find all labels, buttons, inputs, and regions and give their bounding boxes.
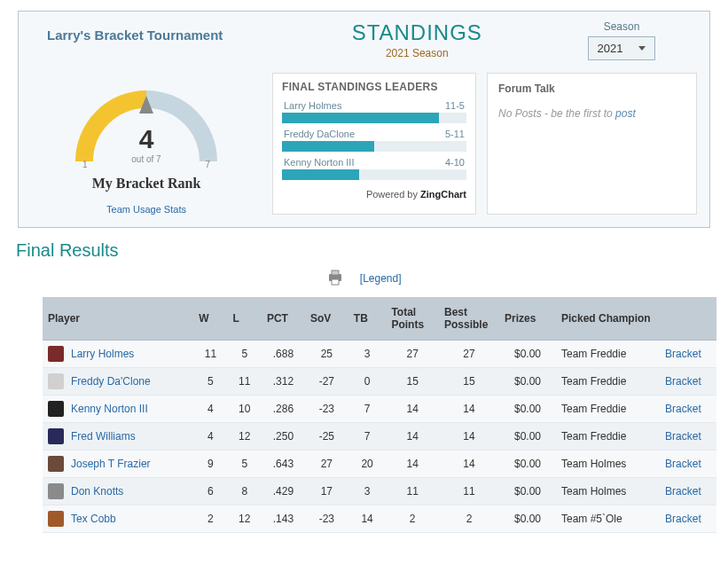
print-icon[interactable]: [326, 270, 344, 288]
forum-panel: Forum Talk No Posts - be the first to po…: [487, 73, 697, 215]
cell-l: 8: [228, 478, 262, 506]
player-link[interactable]: Kenny Norton III: [71, 403, 148, 415]
panel-header: Larry's Bracket Tournament STANDINGS 202…: [31, 20, 697, 60]
cell-prize: $0.00: [499, 341, 556, 368]
season-subtitle: 2021 Season: [297, 47, 538, 59]
table-row: Joseph T Frazier95.64327201414$0.00Team …: [43, 451, 716, 478]
cell-pct: .643: [262, 451, 305, 478]
table-row: Tex Cobb212.143-231422$0.00Team #5`OleBr…: [43, 506, 716, 533]
cell-tb: 3: [348, 341, 387, 368]
leader-bar: [282, 169, 359, 180]
player-link[interactable]: Joseph T Frazier: [71, 458, 151, 470]
player-link[interactable]: Freddy Da'Clone: [71, 375, 151, 388]
results-toolbar: [Legend]: [0, 270, 728, 288]
cell-pct: .286: [262, 396, 305, 423]
cell-w: 2: [193, 506, 227, 533]
panels-row: 4 out of 7 1 7 My Bracket Rank Team Usag…: [31, 73, 697, 215]
cell-pct: .250: [262, 423, 305, 451]
cell-pct: .143: [262, 506, 305, 533]
player-link[interactable]: Fred Williams: [71, 430, 136, 443]
col-champion[interactable]: Picked Champion: [556, 297, 660, 341]
legend-link[interactable]: [Legend]: [360, 272, 402, 285]
col-w[interactable]: W: [193, 297, 227, 341]
table-row: Fred Williams412.250-2571414$0.00Team Fr…: [43, 423, 716, 451]
cell-l: 12: [228, 423, 262, 451]
season-label: Season: [546, 20, 697, 33]
powered-by: Powered by ZingChart: [282, 185, 466, 201]
avatar: [48, 428, 64, 444]
leader-bar-bg: [282, 113, 466, 123]
cell-champion: Team Freddie: [556, 368, 660, 396]
cell-champion: Team Holmes: [556, 478, 660, 506]
bracket-link[interactable]: Bracket: [665, 485, 701, 498]
bracket-link[interactable]: Bracket: [665, 458, 701, 470]
cell-total: 11: [386, 478, 439, 506]
bracket-link[interactable]: Bracket: [665, 430, 701, 443]
cell-total: 2: [386, 506, 439, 533]
leader-name: Larry Holmes: [284, 100, 341, 111]
table-row: Freddy Da'Clone511.312-2701515$0.00Team …: [43, 368, 716, 396]
avatar: [48, 456, 64, 472]
cell-pct: .312: [262, 368, 305, 396]
cell-pct: .429: [262, 478, 305, 506]
leader-bar: [282, 113, 439, 123]
cell-sov: 17: [305, 478, 348, 506]
col-sov[interactable]: SoV: [305, 297, 348, 341]
cell-prize: $0.00: [499, 423, 556, 451]
leader-bar: [282, 141, 374, 152]
cell-prize: $0.00: [499, 368, 556, 396]
cell-sov: -23: [305, 506, 348, 533]
chevron-down-icon: [638, 46, 646, 51]
final-results-heading: Final Results: [16, 240, 728, 261]
team-usage-link[interactable]: Team Usage Stats: [31, 204, 262, 215]
col-pct[interactable]: PCT: [262, 297, 305, 341]
col-l[interactable]: L: [228, 297, 262, 341]
col-prizes[interactable]: Prizes: [499, 297, 556, 341]
avatar: [48, 346, 64, 362]
col-tb[interactable]: TB: [348, 297, 387, 341]
cell-l: 12: [228, 506, 262, 533]
player-link[interactable]: Tex Cobb: [71, 513, 116, 525]
table-row: Kenny Norton III410.286-2371414$0.00Team…: [43, 396, 716, 423]
cell-l: 11: [228, 368, 262, 396]
rank-label: My Bracket Rank: [31, 176, 262, 192]
bracket-link[interactable]: Bracket: [665, 348, 701, 360]
avatar: [48, 373, 64, 389]
avatar: [48, 511, 64, 527]
cell-sov: 25: [305, 341, 348, 368]
col-best[interactable]: Best Possible: [439, 297, 499, 341]
bracket-link[interactable]: Bracket: [665, 403, 701, 415]
cell-champion: Team Freddie: [556, 396, 660, 423]
forum-post-link[interactable]: post: [615, 107, 636, 120]
leader-row[interactable]: Freddy DaClone5-11: [282, 129, 466, 152]
cell-l: 5: [228, 341, 262, 368]
cell-w: 4: [193, 423, 227, 451]
forum-empty-text: No Posts - be the first to post: [498, 107, 685, 120]
cell-best: 11: [439, 478, 499, 506]
cell-w: 6: [193, 478, 227, 506]
col-player[interactable]: Player: [43, 297, 193, 341]
cell-w: 9: [193, 451, 227, 478]
leader-record: 5-11: [445, 129, 465, 139]
standings-title: STANDINGS: [297, 20, 538, 45]
svg-rect-2: [332, 270, 339, 275]
cell-prize: $0.00: [499, 451, 556, 478]
leader-row[interactable]: Larry Holmes11-5: [282, 100, 466, 123]
player-link[interactable]: Don Knotts: [71, 485, 123, 498]
bracket-link[interactable]: Bracket: [665, 375, 701, 388]
cell-tb: 3: [348, 478, 387, 506]
table-row: Don Knotts68.4291731111$0.00Team HolmesB…: [43, 478, 716, 506]
col-total[interactable]: Total Points: [386, 297, 439, 341]
table-row: Larry Holmes115.6882532727$0.00Team Fred…: [43, 341, 716, 368]
cell-best: 2: [439, 506, 499, 533]
svg-rect-3: [332, 279, 339, 285]
leader-record: 11-5: [445, 100, 465, 111]
cell-champion: Team #5`Ole: [556, 506, 660, 533]
player-link[interactable]: Larry Holmes: [71, 348, 134, 360]
leader-row[interactable]: Kenny Norton III4-10: [282, 157, 466, 180]
season-select[interactable]: 2021: [588, 36, 656, 60]
avatar: [48, 401, 64, 417]
cell-tb: 0: [348, 368, 387, 396]
cell-champion: Team Freddie: [556, 423, 660, 451]
bracket-link[interactable]: Bracket: [665, 513, 701, 525]
